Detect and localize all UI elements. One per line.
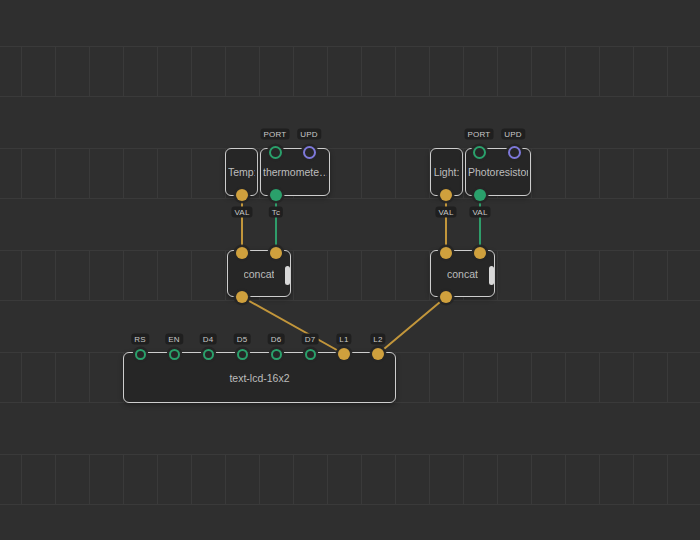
pin-thermometer-tc-output[interactable] — [270, 189, 282, 201]
pin-thermometer-upd[interactable] — [303, 146, 316, 159]
pin-label-tc: Tc — [269, 207, 283, 218]
pin-photoresistor-upd[interactable] — [508, 146, 521, 159]
pin-concat-left-input-1[interactable] — [236, 247, 248, 259]
pin-temp-val-output[interactable] — [236, 189, 248, 201]
pin-concat-left-input-2[interactable] — [270, 247, 282, 259]
pin-lcd-d4[interactable] — [203, 349, 214, 360]
pin-label-d7: D7 — [302, 334, 319, 345]
pin-lcd-l2[interactable] — [372, 348, 384, 360]
node-text-lcd-16x2[interactable]: text-lcd-16x2 — [123, 352, 396, 403]
pin-lcd-d5[interactable] — [237, 349, 248, 360]
node-title: Temp: — [228, 166, 255, 178]
pin-photoresistor-port[interactable] — [473, 146, 486, 159]
pin-thermometer-port[interactable] — [269, 146, 282, 159]
grid-row — [0, 148, 700, 199]
pin-light-val-output[interactable] — [440, 189, 452, 201]
node-title: concat — [244, 268, 275, 280]
node-concat-right[interactable]: concat — [430, 250, 495, 297]
node-title: Photoresistor — [468, 166, 528, 178]
pin-label-l1: L1 — [336, 334, 351, 345]
pin-photoresistor-val-output[interactable] — [474, 189, 486, 201]
node-title: concat — [447, 268, 478, 280]
pin-label-l2: L2 — [370, 334, 385, 345]
node-title: Light: — [434, 166, 460, 178]
pin-lcd-d6[interactable] — [271, 349, 282, 360]
pin-lcd-en[interactable] — [169, 349, 180, 360]
variadic-handle[interactable] — [285, 266, 290, 285]
pin-label-val: VAL — [435, 207, 456, 218]
patch-canvas[interactable]: Temp: thermomete… Light: Photoresistor c… — [0, 0, 700, 540]
variadic-handle[interactable] — [489, 266, 494, 285]
node-title: text-lcd-16x2 — [229, 372, 289, 384]
node-title: thermomete… — [263, 166, 327, 178]
pin-lcd-d7[interactable] — [305, 349, 316, 360]
pin-label-upd: UPD — [501, 129, 525, 140]
pin-label-port: PORT — [261, 129, 290, 140]
pin-label-rs: RS — [131, 334, 149, 345]
pin-label-port: PORT — [465, 129, 494, 140]
grid-row — [0, 46, 700, 97]
pin-label-d5: D5 — [234, 334, 251, 345]
pin-label-val: VAL — [469, 207, 490, 218]
pin-concat-right-input-2[interactable] — [474, 247, 486, 259]
pin-label-d4: D4 — [200, 334, 217, 345]
pin-label-d6: D6 — [268, 334, 285, 345]
pin-concat-right-output[interactable] — [440, 291, 452, 303]
pin-lcd-rs[interactable] — [135, 349, 146, 360]
pin-label-en: EN — [165, 334, 183, 345]
grid-row — [0, 250, 700, 301]
pin-concat-left-output[interactable] — [236, 291, 248, 303]
pin-label-upd: UPD — [297, 129, 321, 140]
pin-concat-right-input-1[interactable] — [440, 247, 452, 259]
link-concat-right-to-lcd-l2[interactable] — [378, 297, 446, 354]
link-concat-left-to-lcd-l1[interactable] — [242, 297, 344, 354]
pin-label-val: VAL — [231, 207, 252, 218]
pin-lcd-l1[interactable] — [338, 348, 350, 360]
grid-row — [0, 454, 700, 505]
